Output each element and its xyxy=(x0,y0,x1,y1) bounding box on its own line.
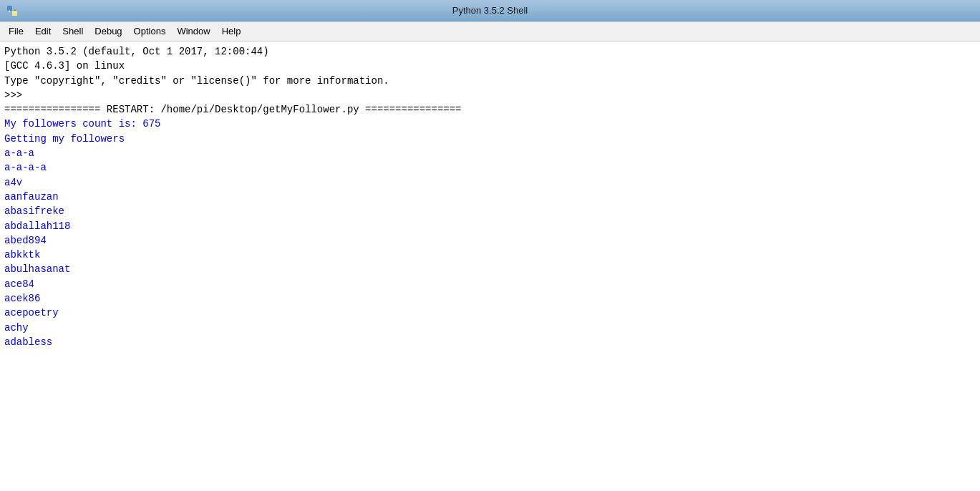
svg-point-3 xyxy=(14,9,16,11)
app-icon xyxy=(6,4,19,17)
title-bar: Python 3.5.2 Shell xyxy=(0,0,980,21)
output-user-4: aanfauzan xyxy=(4,190,976,204)
output-followers-count: My followers count is: 675 xyxy=(4,117,976,131)
svg-rect-1 xyxy=(12,11,17,16)
menu-file[interactable]: File xyxy=(3,24,29,38)
menu-shell[interactable]: Shell xyxy=(57,24,89,38)
menu-debug[interactable]: Debug xyxy=(89,24,127,38)
menu-window[interactable]: Window xyxy=(171,24,215,38)
info-line: Type "copyright", "credits" or "license(… xyxy=(4,74,976,88)
python-version-line: Python 3.5.2 (default, Oct 1 2017, 12:00… xyxy=(4,44,976,59)
output-user-1: a-a-a xyxy=(4,146,976,160)
svg-point-2 xyxy=(9,10,10,11)
shell-output: Python 3.5.2 (default, Oct 1 2017, 12:00… xyxy=(0,42,980,491)
output-user-13: achy xyxy=(4,321,976,335)
output-user-14: adabless xyxy=(4,335,976,349)
svg-rect-0 xyxy=(7,6,12,11)
output-user-2: a-a-a-a xyxy=(4,160,976,175)
output-user-6: abdallah118 xyxy=(4,219,976,233)
output-user-3: a4v xyxy=(4,175,976,190)
output-user-7: abed894 xyxy=(4,233,976,248)
output-user-12: acepoetry xyxy=(4,306,976,320)
output-user-10: ace84 xyxy=(4,277,976,291)
menu-options[interactable]: Options xyxy=(128,24,172,38)
output-user-11: acek86 xyxy=(4,291,976,306)
gcc-line: [GCC 4.6.3] on linux xyxy=(4,59,976,73)
prompt-line[interactable]: >>> xyxy=(4,88,976,102)
menu-bar: File Edit Shell Debug Options Window Hel… xyxy=(0,21,980,42)
output-user-8: abkktk xyxy=(4,248,976,262)
menu-help[interactable]: Help xyxy=(216,24,247,38)
output-getting-followers: Getting my followers xyxy=(4,132,976,146)
restart-line: ================ RESTART: /home/pi/Deskt… xyxy=(4,102,976,117)
output-user-9: abulhasanat xyxy=(4,262,976,276)
output-user-5: abasifreke xyxy=(4,204,976,218)
window-title: Python 3.5.2 Shell xyxy=(452,5,528,16)
menu-edit[interactable]: Edit xyxy=(29,24,57,38)
